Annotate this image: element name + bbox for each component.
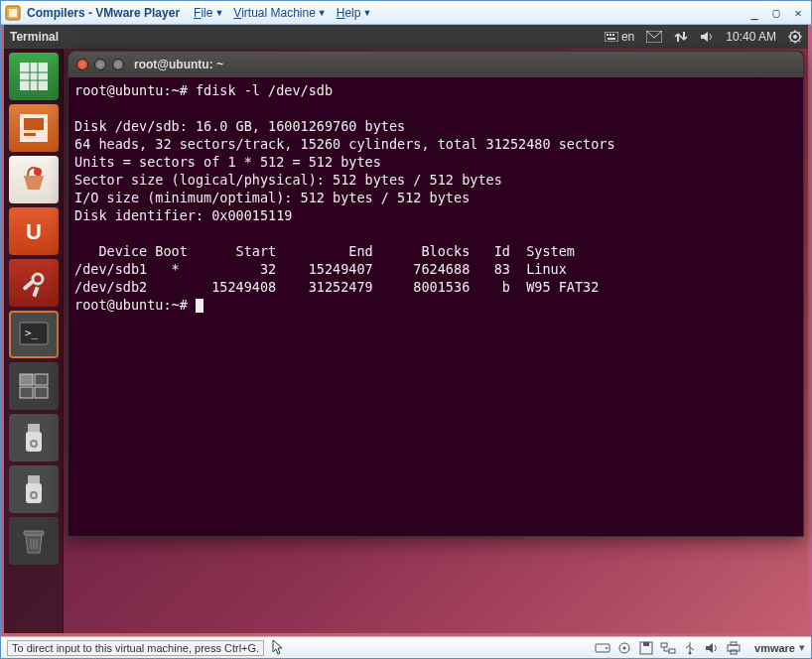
launcher-terminal[interactable]: >_ [9,311,59,358]
keyboard-lang-label: en [621,30,634,44]
device-floppy-icon[interactable] [637,640,655,656]
clock[interactable]: 10:40 AM [726,30,776,44]
svg-rect-10 [20,63,48,90]
terminal-window[interactable]: root@ubuntu: ~ root@ubuntu:~# fdisk -l /… [68,51,804,537]
svg-rect-29 [28,424,40,432]
terminal-body[interactable]: root@ubuntu:~# fdisk -l /dev/sdb Disk /d… [68,77,803,536]
terminal-titlebar[interactable]: root@ubuntu: ~ [68,52,803,77]
vmware-device-icons: vmware ▾ [594,640,805,656]
gnome-top-bar: Terminal en 10:40 AM [4,25,808,49]
maximize-button[interactable]: ▢ [767,5,785,21]
launcher-usb-drive-1[interactable] [9,414,59,461]
units-line: Units = sectors of 1 * 512 = 512 bytes [74,154,381,170]
terminal-title: root@ubuntu: ~ [134,58,223,71]
svg-point-18 [34,168,42,176]
device-sound-icon[interactable] [703,640,721,656]
disk-header-line: Disk /dev/sdb: 16.0 GB, 16001269760 byte… [74,118,405,134]
io-size-line: I/O size (minimum/optimal): 512 bytes / … [74,190,470,205]
svg-rect-45 [661,643,667,647]
launcher-libreoffice-calc[interactable] [9,53,59,100]
terminal-maximize-button[interactable] [112,59,124,70]
svg-rect-44 [643,642,649,646]
volume-icon[interactable] [700,30,714,44]
terminal-command: fdisk -l /dev/sdb [196,82,333,98]
system-tray: en 10:40 AM [605,30,802,44]
network-icon[interactable] [674,30,688,44]
menu-help[interactable]: Help▼ [333,4,376,22]
cursor-icon [196,299,203,313]
svg-point-9 [793,35,797,39]
guest-display[interactable]: Terminal en 10:40 AM [1,25,811,636]
launcher-ubuntu-one[interactable]: U [9,207,59,255]
minimize-button[interactable]: _ [745,5,763,21]
svg-rect-4 [609,34,611,36]
terminal-prompt: root@ubuntu:~# [74,82,188,98]
svg-point-42 [623,646,626,649]
svg-rect-6 [608,38,615,40]
svg-rect-2 [605,32,618,42]
close-button[interactable]: ✕ [789,5,807,21]
disk-id-line: Disk identifier: 0x00015119 [74,207,292,223]
vmware-window: Compilers - VMware Player File▼ Virtual … [0,0,812,659]
svg-rect-21 [22,279,35,291]
vmware-input-hint: To direct input to this virtual machine,… [7,640,264,656]
geometry-line: 64 heads, 32 sectors/track, 15260 cylind… [74,136,615,152]
launcher-libreoffice-impress[interactable] [9,104,59,152]
vmware-window-controls: _ ▢ ✕ [745,5,807,21]
svg-rect-49 [731,642,737,645]
menu-file[interactable]: File▼ [190,4,227,22]
svg-text:>_: >_ [25,327,39,339]
active-app-title[interactable]: Terminal [10,30,59,44]
svg-rect-25 [20,374,33,385]
svg-rect-3 [607,34,609,36]
device-printer-icon[interactable] [725,640,743,656]
device-cd-icon[interactable] [615,640,633,656]
launcher-settings[interactable] [9,259,59,307]
svg-rect-28 [35,387,48,398]
launcher-trash[interactable] [9,517,59,565]
svg-point-47 [689,651,692,654]
svg-rect-26 [35,374,48,385]
vmware-menubar: File▼ Virtual Machine▼ Help▼ [190,4,375,22]
sector-size-line: Sector size (logical/physical): 512 byte… [74,172,502,188]
svg-rect-1 [9,9,17,17]
keyboard-indicator[interactable]: en [605,30,634,44]
mail-icon[interactable] [646,31,662,43]
svg-rect-35 [24,531,44,535]
device-network-icon[interactable] [659,640,677,656]
svg-rect-17 [24,133,36,136]
vmware-status-bar: To direct input to this virtual machine,… [1,636,811,658]
cursor-pointer-icon [272,639,284,657]
device-usb-icon[interactable] [681,640,699,656]
terminal-close-button[interactable] [76,59,88,70]
power-icon[interactable] [788,30,802,44]
svg-point-40 [606,647,608,649]
terminal-minimize-button[interactable] [94,59,106,70]
svg-rect-5 [612,34,614,36]
vmware-title: Compilers - VMware Player [27,6,180,20]
svg-text:U: U [26,219,42,244]
svg-rect-27 [20,387,33,398]
terminal-prompt-2: root@ubuntu:~# [74,297,188,313]
vmware-titlebar[interactable]: Compilers - VMware Player File▼ Virtual … [1,1,811,25]
device-hdd-icon[interactable] [594,640,611,656]
unity-launcher: U >_ [4,49,64,633]
partition-row-1: /dev/sdb1 * 32 15249407 7624688 83 Linux [74,261,567,277]
launcher-usb-drive-2[interactable] [9,465,59,513]
menu-virtual-machine[interactable]: Virtual Machine▼ [229,4,330,22]
vmware-logo: vmware [754,642,795,654]
svg-rect-46 [669,649,675,653]
partition-columns: Device Boot Start End Blocks Id System [74,243,575,259]
launcher-workspace-switcher[interactable] [9,362,59,410]
partition-row-2: /dev/sdb2 15249408 31252479 8001536 b W9… [74,279,599,295]
launcher-software-center[interactable] [9,156,59,203]
vmware-player-icon [5,5,21,21]
svg-rect-32 [28,475,40,483]
vmware-logo-chevron-icon[interactable]: ▾ [799,641,805,654]
svg-rect-22 [32,287,39,298]
svg-rect-16 [24,118,44,130]
